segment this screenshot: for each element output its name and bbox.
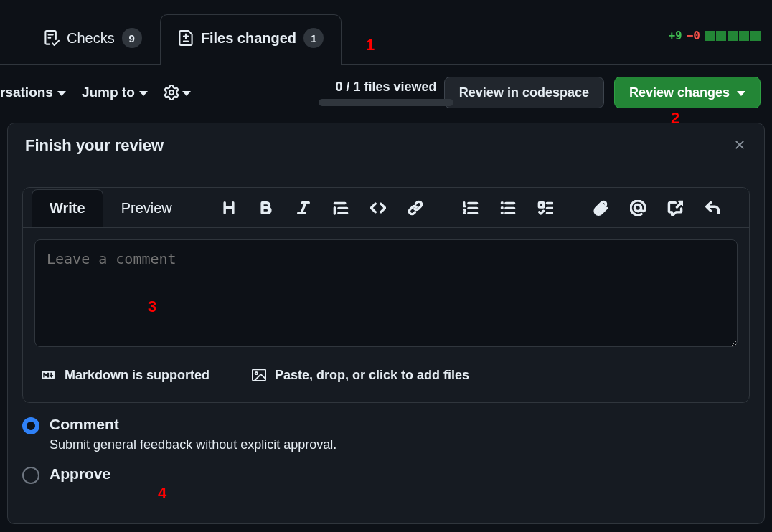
image-icon [250, 368, 268, 382]
tab-files-changed-counter: 1 [303, 28, 324, 48]
quote-button[interactable] [331, 198, 351, 218]
reply-button[interactable] [702, 198, 722, 218]
cross-reference-button[interactable] [665, 198, 685, 218]
diffstat: +9 −0 [668, 29, 761, 42]
files-viewed-text: 0 / 1 files viewed [319, 80, 453, 95]
link-button[interactable] [405, 198, 425, 218]
diffstat-additions: +9 [668, 29, 682, 42]
unordered-list-button[interactable] [498, 198, 518, 218]
caret-down-icon [57, 91, 66, 96]
close-button[interactable] [733, 138, 747, 154]
bold-button[interactable] [256, 198, 276, 218]
option-approve-radio[interactable] [22, 467, 39, 484]
review-popover-header: Finish your review [8, 123, 764, 168]
cross-reference-icon [667, 200, 683, 216]
review-in-codespace-label: Review in codespace [459, 85, 589, 100]
x-icon [733, 138, 747, 152]
option-comment-desc: Submit general feedback without explicit… [50, 437, 336, 452]
code-button[interactable] [368, 198, 388, 218]
markdown-icon [39, 369, 57, 381]
review-in-codespace-button[interactable]: Review in codespace [444, 77, 604, 108]
mention-icon [630, 200, 646, 216]
comment-footer: Markdown is supported Paste, drop, or cl… [23, 361, 749, 402]
review-popover: Finish your review Write Preview [7, 123, 765, 524]
bold-icon [258, 200, 274, 216]
task-list-icon [537, 200, 553, 216]
review-changes-label: Review changes [629, 85, 730, 100]
heading-icon [221, 200, 237, 216]
review-changes-button[interactable]: Review changes [614, 77, 761, 108]
write-tab[interactable]: Write [32, 189, 103, 227]
markdown-help-link[interactable]: Markdown is supported [39, 368, 210, 383]
footer-separator [230, 364, 230, 386]
pr-tabs: Checks 9 Files changed 1 +9 −0 [0, 0, 772, 65]
jump-to-dropdown[interactable]: Jump to [82, 85, 148, 100]
review-options: Comment Submit general feedback without … [8, 403, 764, 484]
italic-icon [296, 200, 311, 216]
caret-down-icon [139, 91, 148, 96]
conversations-dropdown[interactable]: rsations [0, 85, 66, 100]
review-popover-title: Finish your review [25, 136, 164, 155]
jump-to-label: Jump to [82, 85, 135, 100]
code-icon [370, 200, 386, 216]
option-comment-radio[interactable] [22, 417, 39, 434]
option-approve-label: Approve [50, 465, 110, 483]
diffstat-deletions: −0 [687, 29, 700, 42]
preview-tab[interactable]: Preview [103, 189, 190, 227]
mention-button[interactable] [628, 198, 648, 218]
option-comment-label: Comment [50, 416, 336, 433]
tab-checks-label: Checks [67, 30, 115, 47]
attach-button[interactable] [590, 198, 611, 218]
review-comment-textarea[interactable] [34, 239, 738, 347]
conversations-label: rsations [0, 85, 53, 100]
caret-down-icon [737, 91, 745, 96]
reply-icon [705, 200, 720, 216]
link-icon [408, 200, 423, 216]
diff-settings-button[interactable] [164, 85, 191, 100]
italic-button[interactable] [293, 198, 314, 218]
files-viewed-indicator: 0 / 1 files viewed [319, 80, 453, 106]
toolbar-separator [443, 198, 443, 218]
quote-icon [333, 200, 349, 216]
tab-checks-counter: 9 [122, 28, 142, 48]
files-toolbar: rsations Jump to 0 / 1 files viewed Revi… [0, 65, 772, 120]
attach-files-label: Paste, drop, or click to add files [275, 368, 469, 383]
comment-tabs: Write Preview [23, 188, 749, 228]
heading-button[interactable] [219, 198, 239, 218]
unordered-list-icon [500, 200, 516, 216]
ordered-list-button[interactable] [461, 198, 481, 218]
ordered-list-icon [463, 200, 479, 216]
markdown-toolbar [219, 198, 722, 218]
files-viewed-progress [319, 99, 453, 106]
tab-files-changed-label: Files changed [201, 30, 296, 47]
file-diff-icon [178, 30, 194, 46]
attach-files-link[interactable]: Paste, drop, or click to add files [250, 368, 469, 383]
tab-checks[interactable]: Checks 9 [26, 14, 160, 64]
markdown-help-label: Markdown is supported [65, 368, 210, 383]
diffstat-blocks [705, 31, 761, 41]
tab-files-changed[interactable]: Files changed 1 [160, 14, 342, 64]
paperclip-icon [593, 200, 608, 216]
toolbar-separator [573, 198, 573, 218]
gear-icon [164, 85, 179, 100]
checklist-icon [44, 30, 60, 46]
task-list-button[interactable] [535, 198, 555, 218]
caret-down-icon [182, 91, 191, 96]
comment-box: Write Preview [22, 187, 750, 403]
